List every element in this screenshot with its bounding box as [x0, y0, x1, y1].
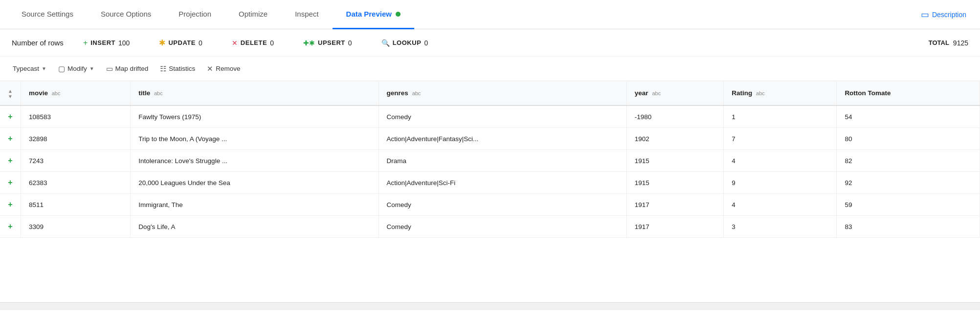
tab-data-preview-label: Data Preview [346, 10, 392, 18]
modify-button[interactable]: ▢ Modify ▼ [53, 62, 99, 76]
remove-button[interactable]: ✕ Remove [202, 62, 245, 76]
cell-movie: 7243 [21, 150, 130, 172]
col-title-label: title [138, 89, 150, 97]
add-row-icon[interactable]: + [8, 134, 12, 143]
cell-movie: 108583 [21, 105, 130, 128]
map-drifted-icon: ▭ [106, 64, 113, 73]
tab-inspect[interactable]: Inspect [281, 0, 332, 29]
description-button[interactable]: ▭ Description [915, 0, 972, 29]
cell-genres: Action|Adventure|Sci-Fi [379, 172, 626, 194]
cell-title: Fawlty Towers (1975) [131, 105, 379, 128]
statistics-button[interactable]: ☷ Statistics [155, 62, 200, 76]
tab-source-options[interactable]: Source Options [87, 0, 165, 29]
cell-rotten: 54 [837, 105, 980, 128]
cell-title: 20,000 Leagues Under the Sea [131, 172, 379, 194]
cell-rotten: 80 [837, 128, 980, 150]
cell-movie: 8511 [21, 194, 130, 216]
cell-rating: 3 [724, 216, 837, 238]
col-movie[interactable]: movie abc [21, 81, 130, 105]
cell-rating: 4 [724, 150, 837, 172]
tab-source-settings-label: Source Settings [22, 10, 73, 18]
cell-rating: 9 [724, 172, 837, 194]
cell-genres: Comedy [379, 105, 626, 128]
horizontal-scrollbar[interactable] [0, 302, 980, 310]
col-year[interactable]: year abc [626, 81, 723, 105]
col-title-type: abc [154, 90, 163, 96]
lookup-key: LOOKUP [393, 39, 422, 46]
tab-data-preview[interactable]: Data Preview [333, 0, 414, 29]
cell-genres: Comedy [379, 216, 626, 238]
table-row: +108583Fawlty Towers (1975)Comedy-198015… [0, 105, 980, 128]
cell-movie: 32898 [21, 128, 130, 150]
top-nav: Source Settings Source Options Projectio… [0, 0, 980, 29]
cell-title: Intolerance: Love's Struggle ... [131, 150, 379, 172]
table-row: +32898Trip to the Moon, A (Voyage ...Act… [0, 128, 980, 150]
cell-rating: 4 [724, 194, 837, 216]
sort-arrows-icon: ▲▼ [8, 88, 13, 99]
update-value: 0 [199, 39, 202, 47]
typecast-chevron-icon: ▼ [42, 66, 46, 71]
cell-title: Trip to the Moon, A (Voyage ... [131, 128, 379, 150]
map-drifted-label: Map drifted [115, 65, 149, 72]
col-year-type: abc [652, 90, 661, 96]
add-row-icon[interactable]: + [8, 200, 12, 208]
data-preview-dot [396, 12, 401, 17]
stats-number-of-rows-label: Number of rows [12, 39, 64, 47]
tab-inspect-label: Inspect [295, 10, 318, 18]
tab-source-options-label: Source Options [101, 10, 151, 18]
stats-insert: + INSERT 100 [83, 39, 130, 47]
row-add-cell[interactable]: + [0, 105, 21, 128]
delete-key: DELETE [241, 39, 267, 46]
col-movie-label: movie [29, 89, 48, 97]
cell-year: 1917 [626, 216, 723, 238]
description-label: Description [932, 11, 966, 19]
row-add-cell[interactable]: + [0, 194, 21, 216]
table-header-row: ▲▼ movie abc title abc genres abc year a… [0, 81, 980, 105]
row-add-cell[interactable]: + [0, 172, 21, 194]
col-sort[interactable]: ▲▼ [0, 81, 21, 105]
update-key: UPDATE [168, 39, 196, 46]
insert-icon: + [83, 39, 88, 47]
add-row-icon[interactable]: + [8, 112, 12, 121]
tab-projection[interactable]: Projection [165, 0, 225, 29]
toolbar-row: Typecast ▼ ▢ Modify ▼ ▭ Map drifted ☷ St… [0, 57, 980, 81]
row-add-cell[interactable]: + [0, 128, 21, 150]
col-rating[interactable]: Rating abc [724, 81, 837, 105]
remove-label: Remove [216, 65, 240, 72]
remove-icon: ✕ [207, 64, 213, 73]
typecast-label: Typecast [13, 65, 39, 72]
add-row-icon[interactable]: + [8, 222, 12, 230]
col-rating-type: abc [756, 90, 765, 96]
typecast-button[interactable]: Typecast ▼ [8, 62, 51, 75]
data-table: ▲▼ movie abc title abc genres abc year a… [0, 81, 980, 238]
upsert-icon: ✚✱ [303, 39, 315, 47]
delete-value: 0 [270, 39, 274, 47]
map-drifted-button[interactable]: ▭ Map drifted [101, 62, 154, 76]
stats-lookup: 🔍 LOOKUP 0 [381, 39, 428, 47]
col-rotten-tomatoes[interactable]: Rotton Tomate [837, 81, 980, 105]
cell-title: Dog's Life, A [131, 216, 379, 238]
add-row-icon[interactable]: + [8, 156, 12, 165]
cell-genres: Action|Adventure|Fantasy|Sci... [379, 128, 626, 150]
lookup-value: 0 [424, 39, 428, 47]
stats-row: Number of rows + INSERT 100 ✱ UPDATE 0 ✕… [0, 29, 980, 57]
tab-projection-label: Projection [178, 10, 211, 18]
col-year-label: year [635, 89, 648, 97]
add-row-icon[interactable]: + [8, 178, 12, 187]
lookup-icon: 🔍 [381, 39, 390, 47]
row-add-cell[interactable]: + [0, 150, 21, 172]
col-title[interactable]: title abc [131, 81, 379, 105]
row-add-cell[interactable]: + [0, 216, 21, 238]
table-row: +3309Dog's Life, AComedy1917383 [0, 216, 980, 238]
update-icon: ✱ [159, 38, 165, 47]
tab-optimize[interactable]: Optimize [225, 0, 281, 29]
tab-source-settings[interactable]: Source Settings [8, 0, 87, 29]
col-genres[interactable]: genres abc [379, 81, 626, 105]
total-value: 9125 [953, 39, 968, 47]
cell-year: 1915 [626, 172, 723, 194]
tab-optimize-label: Optimize [239, 10, 267, 18]
cell-year: -1980 [626, 105, 723, 128]
cell-rotten: 83 [837, 216, 980, 238]
table-row: +8511Immigrant, TheComedy1917459 [0, 194, 980, 216]
stats-upsert: ✚✱ UPSERT 0 [303, 39, 352, 47]
